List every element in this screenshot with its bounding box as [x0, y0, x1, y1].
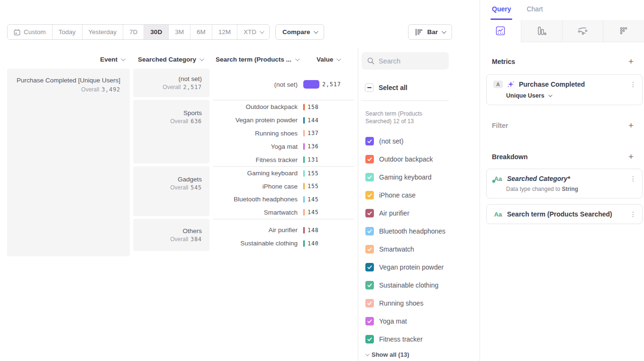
- column-header-search-term[interactable]: Search term (Products ...: [216, 56, 299, 63]
- checkbox-checked-icon: [365, 191, 374, 199]
- table-body: Purchase Completed [Unique Users] Overal…: [7, 69, 358, 256]
- tab-funnels[interactable]: [521, 20, 562, 42]
- date-range-3m[interactable]: 3M: [169, 25, 190, 39]
- value-bar: [303, 143, 305, 150]
- checkbox-checked-icon: [365, 299, 374, 307]
- chart-type-button[interactable]: Bar: [408, 24, 452, 40]
- breakdown-card-searched-category[interactable]: Aa✱ Searched Category* ⋮ Data type chang…: [486, 169, 643, 199]
- compare-button[interactable]: Compare: [275, 24, 325, 40]
- add-metric-button[interactable]: +: [628, 57, 634, 66]
- value-number: 158: [308, 104, 319, 110]
- event-overall-value: 3,492: [101, 86, 120, 93]
- funnels-icon: [536, 26, 547, 36]
- table-row[interactable]: Smartwatch145: [213, 206, 354, 219]
- metric-menu-button[interactable]: ⋮: [630, 81, 636, 88]
- segment-checkbox-item[interactable]: Fitness tracker: [362, 330, 480, 348]
- table-row[interactable]: Bluetooth headphones145: [213, 193, 354, 206]
- segment-checkbox-item[interactable]: Vegan protein powder: [362, 258, 480, 276]
- segment-checkbox-item[interactable]: Outdoor backpack: [362, 150, 480, 168]
- filter-heading-row: Filter +: [492, 121, 634, 130]
- divider: [362, 100, 449, 101]
- checkbox-checked-icon: [365, 335, 374, 343]
- category-header-label: Searched Category: [138, 56, 196, 63]
- table-row[interactable]: iPhone case155: [213, 180, 354, 193]
- term-label: Outdoor backpack: [213, 103, 298, 110]
- event-name: Purchase Completed [Unique Users]: [12, 76, 120, 85]
- date-range-6m[interactable]: 6M: [190, 25, 212, 39]
- show-all-button[interactable]: Show all (13): [365, 351, 480, 358]
- metrics-heading-row: Metrics +: [492, 57, 634, 66]
- category-name: Sports: [137, 109, 202, 117]
- table-row[interactable]: Air purifier148: [213, 224, 354, 237]
- date-range-12m[interactable]: 12M: [212, 25, 237, 39]
- search-term-header-label: Search term (Products ...: [216, 56, 291, 63]
- select-all-checkbox[interactable]: Select all: [365, 83, 480, 92]
- add-filter-button[interactable]: +: [628, 121, 634, 130]
- category-groups: (not set)Overall2,517(not set)2,517Sport…: [133, 69, 354, 256]
- column-header-value[interactable]: Value: [317, 56, 340, 63]
- category-cell[interactable]: (not set)Overall2,517: [133, 69, 209, 97]
- segment-label: Air purifier: [379, 209, 409, 217]
- checkbox-checked-icon: [365, 317, 374, 325]
- tab-query[interactable]: Query: [492, 5, 511, 20]
- segment-checkbox-item[interactable]: Air purifier: [362, 204, 480, 222]
- segment-checkbox-item[interactable]: iPhone case: [362, 186, 480, 204]
- tab-chart[interactable]: Chart: [526, 5, 543, 20]
- table-row[interactable]: Gaming keyboard155: [213, 167, 354, 180]
- segment-checkbox-item[interactable]: Smartwatch: [362, 240, 480, 258]
- table-row[interactable]: (not set)2,517: [213, 78, 354, 91]
- date-range-yesterday[interactable]: Yesterday: [82, 25, 124, 39]
- search-icon: [367, 57, 374, 64]
- category-cell[interactable]: SportsOverall636: [133, 100, 209, 163]
- value-number: 145: [308, 209, 319, 216]
- checkbox-checked-icon: [365, 281, 374, 289]
- overall-label: Overall: [170, 118, 188, 125]
- column-header-category[interactable]: Searched Category: [133, 56, 209, 63]
- tab-flows[interactable]: [562, 20, 603, 42]
- date-range-custom[interactable]: Custom: [8, 25, 53, 39]
- date-range-7d[interactable]: 7D: [123, 25, 144, 39]
- tab-retention[interactable]: [603, 20, 644, 42]
- check-icon: [367, 264, 372, 270]
- category-name: Gadgets: [137, 176, 202, 183]
- metric-card[interactable]: A Purchase Completed ⋮ Unique Users: [486, 74, 643, 105]
- segment-checkbox-item[interactable]: Sustainable clothing: [362, 276, 480, 294]
- metric-aggregation-selector[interactable]: Unique Users: [506, 92, 636, 99]
- insights-icon: [495, 26, 506, 36]
- table-row[interactable]: Yoga mat136: [213, 140, 354, 153]
- value-bar: [303, 227, 305, 234]
- table-row[interactable]: Sustainable clothing140: [213, 237, 354, 250]
- breakdown-menu-button[interactable]: ⋮: [630, 211, 636, 217]
- add-breakdown-button[interactable]: +: [628, 152, 634, 161]
- event-cell[interactable]: Purchase Completed [Unique Users] Overal…: [7, 69, 130, 256]
- segment-checkbox-item[interactable]: Bluetooth headphones: [362, 222, 480, 240]
- tab-insights[interactable]: [480, 20, 521, 42]
- breakdown-menu-button[interactable]: ⋮: [630, 175, 636, 182]
- category-cell[interactable]: OthersOverall384: [133, 219, 209, 251]
- search-input[interactable]: [379, 57, 440, 65]
- segment-checkbox-item[interactable]: Gaming keyboard: [362, 168, 480, 186]
- table-row[interactable]: Running shoes137: [213, 127, 354, 140]
- date-range-xtd[interactable]: XTD: [237, 25, 269, 39]
- value-number: 131: [308, 156, 319, 163]
- breakdown-card-search-term[interactable]: Aa Search term (Products Searched) ⋮: [486, 204, 643, 224]
- category-cell[interactable]: GadgetsOverall545: [133, 166, 209, 216]
- date-range-30d[interactable]: 30D: [144, 25, 169, 39]
- column-header-event[interactable]: Event: [7, 56, 130, 63]
- segment-checkbox-item[interactable]: Running shoes: [362, 294, 480, 312]
- check-icon: [367, 300, 372, 306]
- table-row[interactable]: Fitness tracker131: [213, 153, 354, 166]
- segment-search[interactable]: [362, 52, 449, 70]
- check-icon: [367, 138, 372, 144]
- date-range-today[interactable]: Today: [53, 25, 82, 39]
- category-name: (not set): [137, 75, 202, 82]
- string-property-icon: Aa: [493, 211, 503, 218]
- segment-checkbox-item[interactable]: Yoga mat: [362, 312, 480, 330]
- term-label: Sustainable clothing: [213, 240, 298, 247]
- chevron-down-icon: [442, 29, 446, 34]
- category-group: GadgetsOverall545Gaming keyboard155iPhon…: [133, 166, 354, 219]
- segment-checkbox-item[interactable]: (not set): [362, 132, 480, 150]
- table-row[interactable]: Outdoor backpack158: [213, 100, 354, 114]
- table-row[interactable]: Vegan protein powder144: [213, 114, 354, 127]
- check-icon: [367, 336, 372, 342]
